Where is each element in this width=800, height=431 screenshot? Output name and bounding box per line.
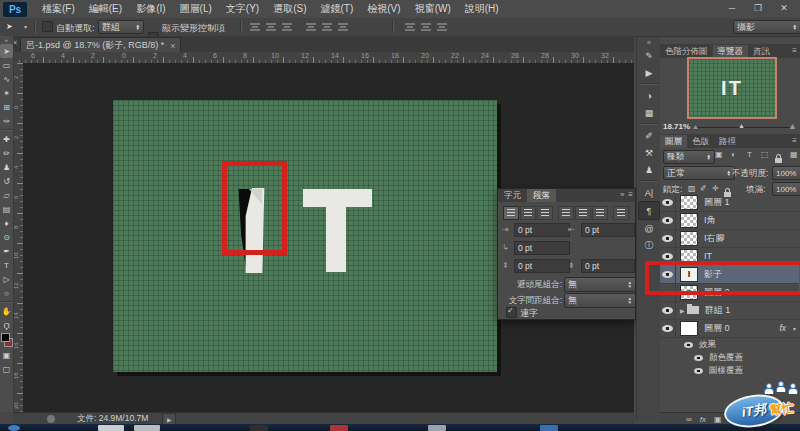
fx-badge[interactable]: fx bbox=[779, 323, 786, 333]
layer-row[interactable]: 圖層 1 bbox=[660, 193, 800, 212]
shape-tool[interactable]: ○ bbox=[0, 286, 13, 300]
visibility-toggle[interactable] bbox=[660, 193, 676, 211]
align-hcenter-icon[interactable] bbox=[322, 22, 332, 31]
blend-mode-dropdown[interactable]: 正常 bbox=[663, 166, 735, 180]
indent-first-line-field[interactable]: 0 pt bbox=[514, 241, 570, 255]
lock-position-icon[interactable]: ✛ bbox=[712, 184, 719, 193]
eye-icon[interactable] bbox=[694, 368, 703, 374]
tool-presets-panel-icon[interactable]: ⚒ bbox=[639, 144, 659, 161]
taskbar-app-icon[interactable] bbox=[540, 425, 558, 431]
tool-preset-chevron-icon[interactable]: ▾ bbox=[24, 23, 27, 30]
collapse-icon[interactable]: » bbox=[620, 190, 624, 199]
tab-character[interactable]: 字元 bbox=[498, 189, 527, 202]
align-left-icon[interactable] bbox=[306, 22, 316, 31]
layer-thumbnail[interactable] bbox=[680, 213, 698, 228]
hand-tool[interactable]: ✋ bbox=[0, 304, 13, 318]
menu-item-type[interactable]: 文字(Y) bbox=[219, 2, 266, 16]
distribute-bottom-icon[interactable] bbox=[437, 22, 447, 31]
layer-mask-icon[interactable]: ▣ bbox=[714, 415, 722, 424]
indent-right-field[interactable]: 0 pt bbox=[581, 223, 635, 237]
magic-wand-tool[interactable]: ✴ bbox=[0, 86, 13, 100]
space-after-field[interactable]: 0 pt bbox=[581, 259, 635, 273]
strip-collapse-icon[interactable]: « bbox=[647, 38, 651, 47]
auto-select-dropdown[interactable]: 群組 bbox=[98, 20, 144, 34]
effect-name[interactable]: 顏色覆蓋 bbox=[709, 352, 743, 364]
align-right-button[interactable] bbox=[537, 206, 553, 220]
effects-row[interactable]: 圖樣覆蓋 bbox=[660, 364, 800, 377]
layer-name[interactable]: 圖層 1 bbox=[704, 196, 730, 209]
paragraph-panel-icon[interactable]: ¶ bbox=[638, 201, 660, 220]
layer-row[interactable]: I右腳 bbox=[660, 229, 800, 248]
foreground-color-swatch[interactable] bbox=[1, 333, 10, 342]
layer-name[interactable]: 圖層 0 bbox=[704, 322, 730, 335]
fx-collapse-icon[interactable]: ▾ bbox=[793, 325, 796, 332]
layer-name[interactable]: 群組 1 bbox=[705, 304, 731, 317]
menu-item-help[interactable]: 說明(H) bbox=[458, 2, 506, 16]
screen-mode-button[interactable]: ▢ bbox=[0, 362, 13, 376]
swatches-panel-icon[interactable]: ▦ bbox=[639, 104, 659, 121]
menu-item-select[interactable]: 選取(S) bbox=[266, 2, 313, 16]
tab-close-icon[interactable]: × bbox=[170, 41, 175, 51]
justify-all-button[interactable] bbox=[613, 206, 629, 220]
align-left-button[interactable] bbox=[503, 206, 519, 220]
navigator-zoom-value[interactable]: 18.71% bbox=[663, 122, 690, 131]
clone-stamp-tool[interactable]: ♟ bbox=[0, 160, 13, 174]
healing-brush-tool[interactable]: ✚ bbox=[0, 132, 13, 146]
indent-left-field[interactable]: 0 pt bbox=[514, 223, 570, 237]
align-bottom-icon[interactable] bbox=[282, 22, 292, 31]
toolbar-collapse-icon[interactable]: « bbox=[5, 36, 8, 44]
restore-button[interactable]: ❐ bbox=[750, 2, 766, 14]
mojikumi-dropdown[interactable]: 無 bbox=[564, 293, 636, 308]
zoom-slider-thumb[interactable]: ▲ bbox=[738, 122, 745, 129]
effects-row[interactable]: 顏色覆蓋 bbox=[660, 351, 800, 364]
align-vcenter-icon[interactable] bbox=[266, 22, 276, 31]
group-row[interactable]: ▶ 群組 1 bbox=[660, 301, 800, 320]
taskbar-app-icon[interactable] bbox=[250, 425, 268, 431]
filter-adjustment-layers-icon[interactable]: ◐ bbox=[731, 150, 736, 159]
visibility-toggle[interactable] bbox=[660, 301, 676, 319]
panel-menu-icon[interactable]: ≡ bbox=[628, 190, 633, 199]
canvas[interactable] bbox=[113, 100, 497, 372]
link-layers-icon[interactable]: ∞ bbox=[686, 415, 692, 424]
lock-pixels-icon[interactable]: ✐ bbox=[700, 184, 707, 193]
path-selection-tool[interactable]: ▷ bbox=[0, 272, 13, 286]
align-center-button[interactable] bbox=[520, 206, 536, 220]
menu-item-image[interactable]: 影像(I) bbox=[129, 2, 172, 16]
eyedropper-tool[interactable]: ✑ bbox=[0, 114, 13, 128]
menu-item-edit[interactable]: 編輯(E) bbox=[82, 2, 129, 16]
crop-tool[interactable]: ⊞ bbox=[0, 100, 13, 114]
layer-name[interactable]: IT bbox=[704, 251, 712, 261]
brush-panel-icon[interactable]: ✎ bbox=[639, 47, 659, 64]
menu-item-view[interactable]: 檢視(V) bbox=[360, 2, 407, 16]
visibility-toggle[interactable] bbox=[660, 319, 676, 337]
align-right-icon[interactable] bbox=[338, 22, 348, 31]
document-tab[interactable]: 呂-1.psd @ 18.7% (影子, RGB/8) * × bbox=[20, 37, 181, 53]
brush-tool[interactable]: ✏ bbox=[0, 146, 13, 160]
layer-name[interactable]: I右腳 bbox=[704, 232, 725, 245]
taskbar-app-icon[interactable] bbox=[330, 425, 348, 431]
space-before-field[interactable]: 0 pt bbox=[514, 259, 570, 273]
eye-icon[interactable] bbox=[684, 342, 693, 348]
effect-name[interactable]: 圖樣覆蓋 bbox=[709, 365, 743, 377]
layer-row[interactable]: I角 bbox=[660, 211, 800, 230]
layer-thumbnail[interactable] bbox=[680, 195, 698, 210]
effect-name[interactable]: 效果 bbox=[699, 339, 716, 351]
foreground-background-colors[interactable] bbox=[0, 332, 13, 348]
menu-item-window[interactable]: 視窗(W) bbox=[408, 2, 458, 16]
eraser-tool[interactable]: ▱ bbox=[0, 188, 13, 202]
justify-last-left-button[interactable] bbox=[558, 206, 574, 220]
color-panel-icon[interactable]: ◑ bbox=[639, 87, 659, 104]
menu-item-filter[interactable]: 濾鏡(T) bbox=[314, 2, 361, 16]
brush-presets-panel-icon[interactable]: ✐ bbox=[639, 127, 659, 144]
filter-type-layers-icon[interactable]: T bbox=[747, 150, 752, 159]
distribute-vcenter-icon[interactable] bbox=[421, 22, 431, 31]
filter-pixel-layers-icon[interactable]: ▣ bbox=[715, 150, 723, 159]
paragraph-styles-panel-icon[interactable]: ⓘ bbox=[639, 237, 659, 254]
close-button[interactable]: ✕ bbox=[776, 2, 792, 14]
type-tool[interactable]: T bbox=[0, 258, 13, 272]
quick-mask-button[interactable]: ▣ bbox=[0, 348, 13, 362]
character-panel-icon[interactable]: A| bbox=[639, 184, 659, 201]
opacity-dropdown[interactable]: 100% bbox=[772, 166, 800, 180]
panel-menu-icon[interactable]: ≡ bbox=[792, 46, 797, 55]
taskbar-app-icon[interactable] bbox=[134, 425, 160, 431]
